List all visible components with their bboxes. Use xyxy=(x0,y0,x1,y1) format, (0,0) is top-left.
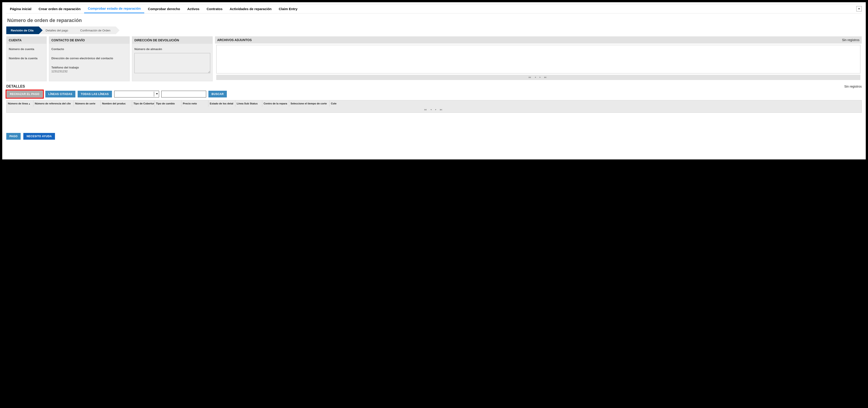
top-nav: Página inicial Crear orden de reparación… xyxy=(6,4,862,13)
nav-create-order[interactable]: Crear orden de reparación xyxy=(35,5,84,13)
need-help-button[interactable]: NECESITO AYUDA xyxy=(23,133,55,140)
account-number-label: Número de cuenta xyxy=(9,48,44,51)
reject-payment-button[interactable]: RECHAZAR EL PAGO xyxy=(7,91,43,97)
attachments-no-records: Sin registros xyxy=(842,38,860,42)
contact-phone-value: 1231231232 xyxy=(51,69,127,73)
nav-home[interactable]: Página inicial xyxy=(6,5,35,13)
card-account: CUENTA Número de cuenta Nombre de la cue… xyxy=(6,36,46,81)
filter-select-wrap xyxy=(114,91,159,97)
nav-repair-activities[interactable]: Actividades de reparación xyxy=(226,5,275,13)
return-address-textarea[interactable] xyxy=(134,53,210,73)
nav-check-entitlement[interactable]: Comprobar derecho xyxy=(144,5,184,13)
contact-email-label: Dirección de correo electrónico del cont… xyxy=(51,57,127,60)
filter-value-input[interactable] xyxy=(161,91,206,97)
chevron-down-icon: ▾ xyxy=(858,7,860,10)
reject-payment-highlight: RECHAZAR EL PAGO xyxy=(6,90,43,98)
sort-asc-icon: ▲ xyxy=(28,103,30,105)
details-action-row: RECHAZAR EL PAGO LÍNEAS CITADAS TODAS LA… xyxy=(6,90,862,98)
col-exchange-type[interactable]: Tipo de cambio xyxy=(155,100,182,107)
card-shipping-contact: CONTACTO DE ENVÍO Contacto Dirección de … xyxy=(49,36,130,81)
card-return-header: DIRECCIÓN DE DEVOLUCIÓN xyxy=(132,37,213,44)
col-repair-center[interactable]: Centro de la repara xyxy=(262,100,289,107)
attachments-pager[interactable]: ⏮ ◀ ▶ ⏭ xyxy=(216,75,860,80)
nav-check-repair-status[interactable]: Comprobar estado de reparación xyxy=(84,4,144,13)
table-header-row: Número de línea▲ Número de referencia de… xyxy=(6,100,862,107)
card-attachments-header: ARCHIVOS ADJUNTOS Sin registros xyxy=(215,36,862,43)
card-contact-header: CONTACTO DE ENVÍO xyxy=(49,37,129,44)
warehouse-number-label: Número de almacén xyxy=(134,48,210,51)
nav-assets[interactable]: Activos xyxy=(184,5,203,13)
step-order-confirmation[interactable]: Confirmación de Orden xyxy=(73,27,116,34)
card-return-address: DIRECCIÓN DE DEVOLUCIÓN Número de almacé… xyxy=(132,36,213,81)
account-name-label: Nombre de la cuenta xyxy=(9,57,44,60)
col-detail-status[interactable]: Estado de los detal xyxy=(209,100,235,107)
step-appointment-review[interactable]: Revisión de Cita xyxy=(6,27,39,34)
cited-lines-button[interactable]: LÍNEAS CITADAS xyxy=(45,91,75,97)
stepper: Revisión de Cita Detalles del pago Confi… xyxy=(6,27,862,34)
step-payment-details[interactable]: Detalles del pago xyxy=(39,27,73,34)
nav-contracts[interactable]: Contratos xyxy=(203,5,226,13)
col-line-number-label: Número de línea xyxy=(8,102,28,105)
col-line-sub-status[interactable]: Línea Sub Status xyxy=(235,100,262,107)
col-cole[interactable]: Cole xyxy=(330,100,862,107)
col-net-price[interactable]: Precio neto xyxy=(182,100,209,107)
search-button[interactable]: BUSCAR xyxy=(209,91,227,97)
details-no-records: Sin registros xyxy=(844,85,862,88)
nav-more-dropdown[interactable]: ▾ xyxy=(856,6,862,11)
attachments-title: ARCHIVOS ADJUNTOS xyxy=(217,38,252,42)
all-lines-button[interactable]: TODAS LAS LÍNEAS xyxy=(78,91,112,97)
card-attachments: ARCHIVOS ADJUNTOS Sin registros ⏮ ◀ ▶ ⏭ xyxy=(215,36,862,81)
nav-claim-entry[interactable]: Claim Entry xyxy=(275,5,301,13)
pay-button[interactable]: PAGO xyxy=(6,133,21,140)
page-title: Número de orden de reparación xyxy=(7,18,862,23)
details-table: Número de línea▲ Número de referencia de… xyxy=(6,100,862,113)
details-title: DETALLES xyxy=(6,84,25,88)
col-coverage-type[interactable]: Tipo de Cobertura xyxy=(132,100,155,107)
table-pager[interactable]: ⏮ ◀ ▶ ⏭ xyxy=(6,107,862,113)
col-client-ref[interactable]: Número de referencia del clie xyxy=(33,100,74,107)
col-cutoff-time[interactable]: Seleccione el tiempo de corte xyxy=(289,100,330,107)
col-line-number[interactable]: Número de línea▲ xyxy=(6,100,33,107)
col-product-name[interactable]: Nombre del produc xyxy=(101,100,132,107)
col-serial-number[interactable]: Número de serie xyxy=(74,100,101,107)
info-cards-row: CUENTA Número de cuenta Nombre de la cue… xyxy=(6,36,862,81)
attachments-list xyxy=(216,45,860,74)
contact-phone-label: Teléfono del trabajo xyxy=(51,66,127,69)
footer-buttons: PAGO NECESITO AYUDA xyxy=(6,133,862,140)
card-account-header: CUENTA xyxy=(6,37,46,44)
contact-label: Contacto xyxy=(51,48,127,51)
filter-field-select[interactable] xyxy=(114,91,159,97)
